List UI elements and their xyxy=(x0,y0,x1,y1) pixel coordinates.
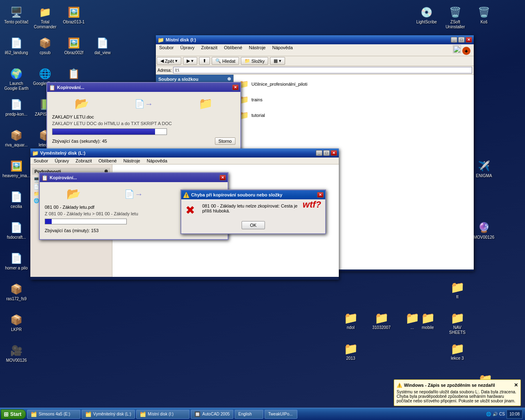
desktop-icon-zsoft[interactable]: 🗑️ ZSoft Uninstaller xyxy=(441,4,470,31)
desktop-icon-tento-pocitac[interactable]: 🖥️ Tento počítač xyxy=(2,4,31,26)
minimize-removable-button[interactable]: _ xyxy=(316,150,322,156)
desktop-icon-predp-kon[interactable]: 📄 predp-kon... xyxy=(2,96,31,119)
desktop-icon-ivac[interactable]: ✈️ ENIGMA xyxy=(470,158,498,180)
error-dialog: ⚠️ Chyba při kopírování souboru nebo slo… xyxy=(180,189,326,234)
copy-icon: 📋 xyxy=(49,84,55,91)
forward-button[interactable]: ▶ ▾ xyxy=(183,57,197,65)
rmenu-upravy[interactable]: Úpravy xyxy=(53,158,71,164)
menu-napoveda[interactable]: Nápověda xyxy=(271,45,294,55)
desktop-icon-il62[interactable]: 📄 il62_landung xyxy=(2,35,31,57)
desktop-folder-tt[interactable]: 📁 tt xyxy=(443,279,472,301)
start-button[interactable]: ⊞ Start xyxy=(1,409,26,419)
taskbar-english[interactable]: English xyxy=(235,410,263,419)
folder-row-3[interactable]: 📁 tutorial xyxy=(237,109,470,121)
address-bar[interactable] xyxy=(173,67,472,73)
desktop-icon-obraz002f[interactable]: 🖼️ Obraz002f xyxy=(59,35,88,57)
error-x-icon: ✖ xyxy=(185,203,195,217)
view-button[interactable]: ▦ ▾ xyxy=(270,57,285,65)
desktop-icon-mov00126[interactable]: 🎥 MOV00126 xyxy=(2,342,31,365)
desktop-folder-lekce3[interactable]: 📁 lekce 3 xyxy=(443,340,472,363)
progress-bar-1 xyxy=(52,128,167,135)
error-titlebar: ⚠️ Chyba při kopírování souboru nebo slo… xyxy=(181,190,325,199)
desktop-icon-lkpr[interactable]: 📦 LKPR xyxy=(2,312,31,334)
taskbar-systray: 🌐 🔊 CS 10:08 xyxy=(486,410,525,419)
maximize-removable-button[interactable]: □ xyxy=(323,150,330,156)
desktop-icon-enigma[interactable]: 🔮 MOV00126 xyxy=(470,219,498,242)
copy-dialog-1-titlebar: 📋 Kopírování... ✕ xyxy=(47,83,240,92)
maximize-button[interactable]: □ xyxy=(458,37,465,43)
desktop-icon-dat-view[interactable]: 📄 dat_view xyxy=(88,35,117,57)
copy-dialog-2-titlebar: 📋 Kopírování... ✕ xyxy=(40,173,228,182)
desktop-icon-cecilia[interactable]: 📄 cecilia xyxy=(2,189,31,211)
taskbar-simsons[interactable]: 🗂️ Simsons 4a5 (E:) xyxy=(27,410,80,419)
close-removable-button[interactable]: ✕ xyxy=(331,150,337,156)
taskbar-local-disk-i[interactable]: 🗂️ Místní disk (I:) xyxy=(136,410,189,419)
removable-icon: 📁 xyxy=(32,150,39,156)
rmenu-napoveda[interactable]: Nápověda xyxy=(145,158,169,164)
desktop-icon-ras172[interactable]: 📦 ras172_fs9 xyxy=(2,281,31,303)
taskbar-autocad[interactable]: 🔲 AutoCAD 2005 xyxy=(191,410,233,419)
rmenu-zobrazit[interactable]: Zobrazit xyxy=(74,158,94,164)
close-error-button[interactable]: ✕ xyxy=(317,192,324,198)
desktop-folder-2013[interactable]: 📁 2013 xyxy=(336,340,365,363)
folders-button[interactable]: 📁 Složky xyxy=(241,57,268,65)
desktop-doc-lekce4[interactable] xyxy=(471,371,500,374)
network-icon: 🌐 xyxy=(486,412,491,416)
close-button[interactable]: ✕ xyxy=(466,37,472,43)
desktop-icon-lightscribe[interactable]: 💿 LightScribe xyxy=(412,4,441,26)
desktop-icon-total-commander[interactable]: 📁 Total Commander xyxy=(31,4,59,31)
error-icon-title: ⚠️ xyxy=(183,192,189,198)
up-button[interactable]: ⬆ xyxy=(199,57,210,65)
rmenu-nastroje[interactable]: Nástroje xyxy=(122,158,142,164)
folder-icon: 📁 xyxy=(158,37,164,43)
warning-icon: ⚠️ xyxy=(397,383,402,388)
progress-bar-2 xyxy=(45,219,127,224)
copy-dialog-1: 📋 Kopírování... ✕ 📂 📄→ 📁 ZAKLADY LETU.do… xyxy=(46,82,241,151)
taskbar-removable[interactable]: 🗂️ Vyměnitelný disk (L:) xyxy=(82,410,135,419)
collapse-icon[interactable]: ⊛ xyxy=(227,76,231,82)
taskbar-tweakui[interactable]: TweakUIPo... xyxy=(265,410,297,419)
menu-upravy[interactable]: Úpravy xyxy=(178,45,196,55)
cancel-copy1-button[interactable]: Storno xyxy=(215,137,235,145)
removable-disk-titlebar: 📁 Vyměnitelný disk (L:) _ □ ✕ xyxy=(30,148,339,158)
rmenu-oblibene[interactable]: Oblíbené xyxy=(97,158,119,164)
folder-row-2[interactable]: 📁 trains xyxy=(237,94,470,106)
desktop-icon-launch-google[interactable]: 🌍 Launch Google Earth xyxy=(2,66,31,93)
folder-row-1[interactable]: 📁 Učilnice_profesionální_piloti xyxy=(237,78,470,90)
desktop-icon-fsdocraft[interactable]: 📄 fsdocraft... xyxy=(2,219,31,242)
notif-close-button[interactable]: ✕ xyxy=(514,382,518,388)
desktop-folder-ndol[interactable]: 📁 ndol xyxy=(336,310,365,332)
minimize-button[interactable]: _ xyxy=(451,37,457,43)
lang-indicator: CS xyxy=(499,412,505,416)
ok-button[interactable]: OK xyxy=(242,221,265,229)
menu-oblibene[interactable]: Oblíbené xyxy=(222,45,244,55)
desktop-icon-homer[interactable]: 📄 homer a pilo xyxy=(2,250,31,272)
menu-soubor[interactable]: Soubor xyxy=(158,45,175,55)
desktop-folder-mobile[interactable]: 📁 mobile xyxy=(413,310,442,332)
rmenu-soubor[interactable]: Soubor xyxy=(32,158,50,164)
back-button[interactable]: ◀ Zpět ▾ xyxy=(157,57,181,65)
close-copy2-button[interactable]: ✕ xyxy=(219,175,226,180)
desktop-icon-riva[interactable]: 📦 riva_aquar... xyxy=(2,127,31,149)
volume-icon: 🔊 xyxy=(493,412,498,416)
system-clock: 10:08 xyxy=(507,410,523,419)
desktop-icon-obraz013[interactable]: 🖼️ Obraz013-1 xyxy=(59,4,88,26)
desktop-folder-nav-sheets[interactable]: 📁 NAV SHEETS xyxy=(443,310,472,337)
search-button[interactable]: 🔍 Hledat xyxy=(212,57,239,65)
desktop-icon-kos[interactable]: 🗑️ Koš xyxy=(470,4,498,26)
menu-nastroje[interactable]: Nástroje xyxy=(247,45,267,55)
desktop-folder-31032007[interactable]: 📁 31032007 xyxy=(367,310,396,332)
copy2-icon: 📋 xyxy=(41,175,48,181)
desktop-icon-cpsub[interactable]: 📦 cpsub xyxy=(31,35,59,57)
wtf-label: wtf? xyxy=(303,199,321,210)
write-fail-notification: ⚠️ Windows - Zápis se zpožděním se nezda… xyxy=(394,379,521,406)
desktop-icon-heaveny[interactable]: 🖼️ heaveny_ima... xyxy=(2,158,31,180)
local-disk-titlebar: 📁 Místní disk (I:) _ □ ✕ xyxy=(156,35,474,44)
taskbar: ⊞ Start 🗂️ Simsons 4a5 (E:) 🗂️ Vyměnitel… xyxy=(0,408,525,420)
close-copy1-button[interactable]: ✕ xyxy=(232,84,239,90)
menu-zobrazit[interactable]: Zobrazit xyxy=(199,45,219,55)
